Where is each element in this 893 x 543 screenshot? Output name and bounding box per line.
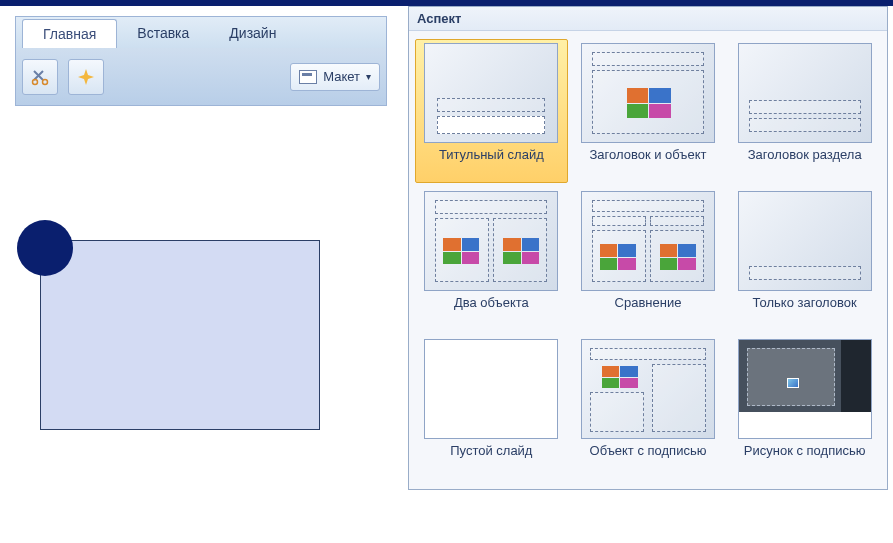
- gallery-title: Аспект: [409, 7, 887, 31]
- layout-title-and-content[interactable]: Заголовок и объект: [572, 39, 725, 106]
- layout-button-label: Макет: [323, 69, 360, 84]
- content-placeholder-icon: [627, 88, 671, 106]
- layout-title-slide[interactable]: Титульный слайд: [415, 39, 568, 106]
- tab-insert[interactable]: Вставка: [117, 19, 209, 48]
- ribbon-tabs-row: Главная Вставка Дизайн: [16, 17, 386, 48]
- layout-gallery: Аспект Титульный слайд Заголовок и объек…: [408, 6, 888, 106]
- chevron-down-icon: ▾: [366, 71, 371, 82]
- layout-thumb: [424, 43, 558, 106]
- layout-section-header[interactable]: Заголовок раздела: [728, 39, 881, 106]
- ribbon: Главная Вставка Дизайн Макет ▾: [15, 16, 387, 106]
- scissors-icon: [31, 68, 49, 86]
- sparkle-icon: [77, 68, 95, 86]
- layout-thumb: [738, 43, 872, 106]
- tab-home[interactable]: Главная: [22, 19, 117, 48]
- layout-icon: [299, 70, 317, 84]
- cut-button[interactable]: [22, 59, 58, 95]
- gallery-body: Титульный слайд Заголовок и объект Загол…: [409, 31, 887, 106]
- svg-point-1: [43, 79, 48, 84]
- ribbon-controls: Макет ▾: [16, 48, 386, 105]
- layout-button[interactable]: Макет ▾: [290, 63, 380, 91]
- tab-design[interactable]: Дизайн: [209, 19, 296, 48]
- layout-thumb: [581, 43, 715, 106]
- new-slide-button[interactable]: [68, 59, 104, 95]
- svg-point-0: [33, 79, 38, 84]
